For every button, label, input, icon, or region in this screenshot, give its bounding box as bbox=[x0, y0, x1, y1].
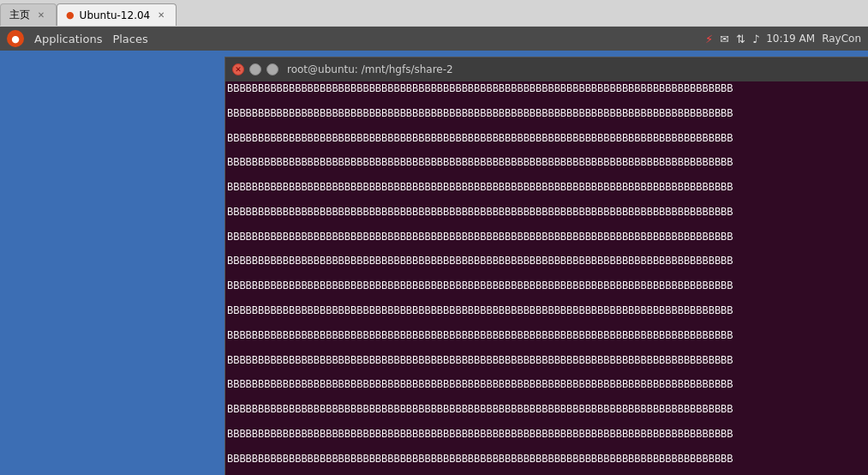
terminal-body[interactable]: BBBBBBBBBBBBBBBBBBBBBBBBBBBBBBBBBBBBBBBB… bbox=[225, 81, 868, 475]
panel-right: ⚡ ✉ ⇅ ♪ 10:19 AM RayCon bbox=[705, 27, 868, 51]
terminal-maximize-button[interactable] bbox=[266, 63, 278, 75]
tab-home-label: 主页 bbox=[9, 8, 30, 22]
user-label[interactable]: RayCon bbox=[822, 33, 861, 45]
tab-ubuntu-label: Ubuntu-12.04 bbox=[80, 9, 151, 21]
volume-icon[interactable]: ♪ bbox=[752, 33, 759, 45]
tab-bar: 主页 ✕ ● Ubuntu-12.04 ✕ bbox=[0, 0, 868, 26]
network-icon[interactable]: ⇅ bbox=[736, 33, 745, 45]
ubuntu-logo-icon[interactable]: ● bbox=[7, 30, 24, 47]
applications-menu[interactable]: Applications bbox=[34, 33, 102, 45]
tab-home[interactable]: 主页 ✕ bbox=[0, 3, 57, 26]
terminal-minimize-button[interactable] bbox=[249, 63, 261, 75]
places-menu[interactable]: Places bbox=[112, 33, 147, 45]
top-panel: ● Applications Places ⚡ ✉ ⇅ ♪ 10:19 AM R… bbox=[0, 27, 868, 51]
browser-chrome: 主页 ✕ ● Ubuntu-12.04 ✕ bbox=[0, 0, 868, 27]
terminal-close-button[interactable]: ✕ bbox=[232, 63, 244, 75]
tab-home-close[interactable]: ✕ bbox=[35, 9, 47, 21]
terminal-title: root@ubuntu: /mnt/hgfs/share-2 bbox=[287, 63, 453, 75]
tab-ubuntu-close[interactable]: ✕ bbox=[155, 9, 167, 21]
clock: 10:19 AM bbox=[766, 33, 815, 45]
ubuntu-tab-icon: ● bbox=[66, 9, 75, 21]
mail-icon[interactable]: ✉ bbox=[720, 33, 729, 45]
terminal-content: BBBBBBBBBBBBBBBBBBBBBBBBBBBBBBBBBBBBBBBB… bbox=[227, 83, 868, 475]
tab-ubuntu[interactable]: ● Ubuntu-12.04 ✕ bbox=[57, 3, 177, 26]
terminal-titlebar: ✕ root@ubuntu: /mnt/hgfs/share-2 bbox=[225, 57, 868, 81]
warning-icon: ⚡ bbox=[705, 33, 713, 45]
panel-left: ● Applications Places bbox=[7, 30, 148, 47]
terminal-window: ✕ root@ubuntu: /mnt/hgfs/share-2 BBBBBBB… bbox=[224, 57, 868, 475]
ubuntu-desktop: ● Applications Places ⚡ ✉ ⇅ ♪ 10:19 AM R… bbox=[0, 27, 868, 475]
